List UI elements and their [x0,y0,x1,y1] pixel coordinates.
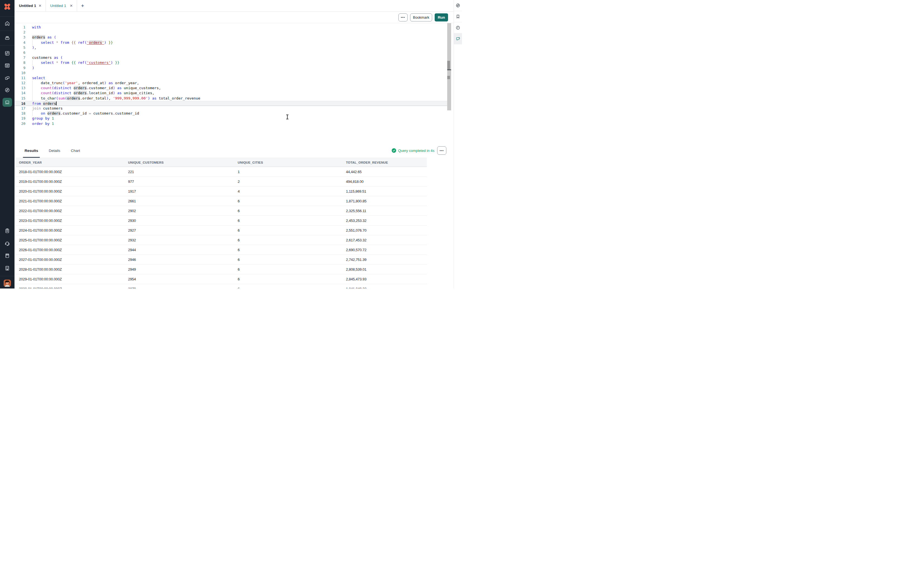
results-table: ORDER_YEARUNIQUE_CUSTOMERSUNIQUE_CITIEST… [16,158,427,288]
code-line-11[interactable]: 11select [15,76,447,81]
tab-details[interactable]: Details [48,143,61,158]
code-line-14[interactable]: 14 count(distinct orders.location_id) as… [15,90,447,96]
table-row[interactable]: 2020-01-01T00:00:00.000Z191741,115,869.5… [16,187,427,196]
line-number: 11 [15,76,25,81]
column-header[interactable]: UNIQUE_CITIES [234,158,342,167]
dashboard-icon[interactable] [3,49,12,58]
code-text: from orders [32,102,57,106]
query-status-text: Query completed in 4s [398,148,435,153]
tab-results[interactable]: Results [23,143,39,158]
line-number: 16 [15,101,25,106]
table-row[interactable]: 2030-01-01T00:00:00.000Z287961,841,049.3… [16,284,427,289]
code-line-4[interactable]: 4 select * from {{ ref('orders') }} [15,40,447,45]
table-cell: 2954 [125,274,234,284]
code-window-icon[interactable] [3,61,12,70]
table-cell: 977 [125,177,234,187]
table-cell: 2879 [125,284,234,289]
paradime-logo-icon[interactable] [3,3,11,11]
code-line-1[interactable]: 1with [15,25,447,30]
bookmark-button[interactable]: Bookmark [410,13,432,21]
code-line-13[interactable]: 13 count(distinct orders.customer_id) as… [15,85,447,90]
table-row[interactable]: 2029-01-01T00:00:00.000Z295462,845,473.9… [16,274,427,284]
table-cell: 221 [125,167,234,177]
code-line-10[interactable]: 10 [15,71,447,76]
code-line-19[interactable]: 19group by 1 [15,116,447,121]
table-row[interactable]: 2026-01-01T00:00:00.000Z294462,690,570.7… [16,245,427,255]
home-icon[interactable] [3,19,12,28]
book-icon[interactable] [3,251,12,260]
code-line-16[interactable]: 16from orders [15,101,447,106]
terminal-icon[interactable] [3,98,12,107]
clipboard-icon[interactable] [3,226,12,235]
code-line-3[interactable]: 3orders as ( [15,35,447,40]
headset-icon[interactable] [3,239,12,248]
left-sidebar [0,0,15,288]
code-line-17[interactable]: 17join customers [15,106,447,111]
tab-chart[interactable]: Chart [70,143,81,158]
table-cell: 6 [234,245,342,255]
sql-editor[interactable]: 1with23orders as (4 select * from {{ ref… [15,23,447,143]
code-text: group by 1 [32,116,54,121]
code-line-2[interactable]: 2 [15,30,447,35]
table-row[interactable]: 2021-01-01T00:00:00.000Z266161,871,800.8… [16,196,427,206]
code-text: select [32,76,45,80]
ai-chat-icon[interactable] [454,34,462,44]
line-number: 12 [15,81,25,85]
code-text: count(distinct orders.customer_id) as un… [32,86,161,90]
table-cell: 2,742,751.39 [342,255,427,264]
tab-untitled-1[interactable]: Untitled 1 ✕ [15,0,46,11]
bookmark-icon[interactable] [454,11,462,22]
table-row[interactable]: 2018-01-01T00:00:00.000Z221144,442.65 [16,167,427,177]
more-options-button[interactable]: ••• [398,13,408,21]
compass-icon[interactable] [3,85,12,95]
column-header[interactable]: UNIQUE_CUSTOMERS [125,158,234,167]
table-cell: 2946 [125,255,234,264]
table-row[interactable]: 2027-01-01T00:00:00.000Z294662,742,751.3… [16,255,427,264]
line-number: 2 [15,30,25,35]
line-number: 9 [15,66,25,71]
line-number: 3 [15,35,25,40]
table-row[interactable]: 2019-01-01T00:00:00.000Z9772494,818.00 [16,177,427,187]
column-header[interactable]: TOTAL_ORDER_REVENUE [342,158,427,167]
table-row[interactable]: 2022-01-01T00:00:00.000Z290262,325,556.1… [16,206,427,216]
code-line-5[interactable]: 5), [15,45,447,50]
table-cell: 2024-01-01T00:00:00.000Z [16,226,125,235]
table-row[interactable]: 2025-01-01T00:00:00.000Z293262,617,453.3… [16,235,427,245]
results-more-button[interactable]: ••• [437,146,446,155]
code-line-20[interactable]: 20order by 1 [15,121,447,126]
code-line-7[interactable]: 7customers as ( [15,55,447,60]
table-cell: 2,325,556.11 [342,206,427,216]
tab-untitled-2[interactable]: Untitled 1 ✕ [46,0,77,11]
code-line-8[interactable]: 8 select * from {{ ref('customers') }} [15,60,447,65]
table-cell: 2026-01-01T00:00:00.000Z [16,245,125,255]
close-icon[interactable]: ✕ [69,3,73,8]
close-icon[interactable]: ✕ [38,3,42,8]
code-line-15[interactable]: 15 to_char(sum(orders.order_total), '999… [15,96,447,101]
table-cell: 2028-01-01T00:00:00.000Z [16,264,125,274]
table-cell: 2,453,253.32 [342,216,427,226]
code-line-9[interactable]: 9) [15,66,447,71]
table-cell: 2949 [125,264,234,274]
table-cell: 6 [234,274,342,284]
sidebar-divider [0,45,15,45]
scrollbar-thumb[interactable] [447,61,450,70]
table-row[interactable]: 2023-01-01T00:00:00.000Z293062,453,253.3… [16,216,427,226]
table-row[interactable]: 2024-01-01T00:00:00.000Z292762,551,076.7… [16,226,427,235]
code-line-12[interactable]: 12 date_trunc('year', ordered_at) as ord… [15,81,447,85]
column-header[interactable]: ORDER_YEAR [16,158,125,167]
history-icon[interactable] [454,22,462,34]
line-number: 19 [15,116,25,121]
code-text: on orders.customer_id = customers.custom… [32,111,139,115]
building-icon[interactable] [3,264,12,272]
code-line-18[interactable]: 18 on orders.customer_id = customers.cus… [15,111,447,116]
table-row[interactable]: 2028-01-01T00:00:00.000Z294962,808,539.0… [16,264,427,274]
sidebar-divider [0,276,15,276]
explore-icon[interactable] [454,0,462,11]
run-button[interactable]: Run [435,13,448,21]
user-avatar[interactable] [3,280,11,287]
new-tab-button[interactable]: + [77,0,88,11]
line-number: 18 [15,111,25,116]
code-line-6[interactable]: 6 [15,50,447,55]
archive-icon[interactable] [3,34,12,42]
windows-icon[interactable] [3,74,12,82]
